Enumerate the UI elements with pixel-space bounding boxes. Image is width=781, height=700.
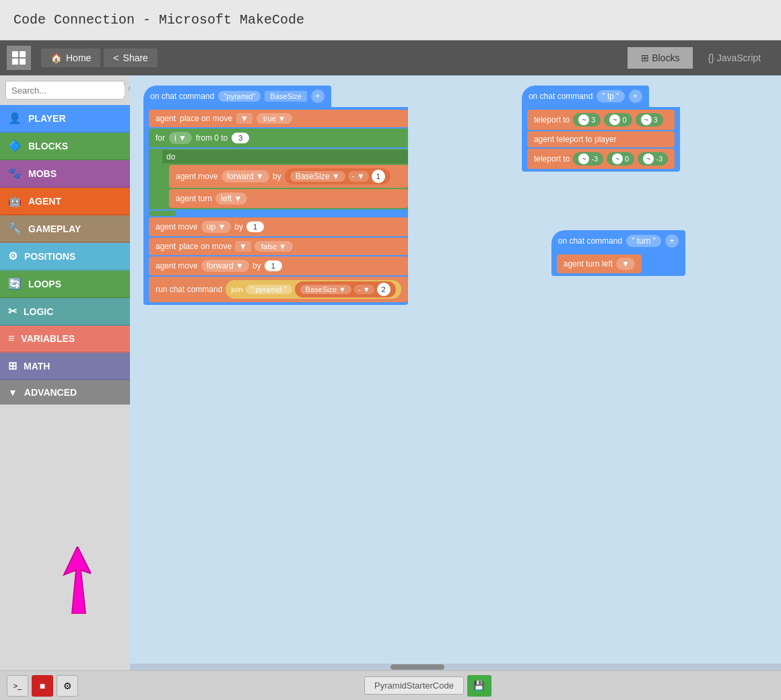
home-icon: 🏠 (50, 53, 62, 63)
sidebar-item-label: GAMEPLAY (28, 223, 81, 234)
up-dropdown[interactable]: up ▼ (201, 221, 232, 233)
toolbar: 🏠 Home < Share ⊞ Blocks {} JavaScript (0, 40, 781, 75)
settings-button[interactable]: ⚙ (57, 675, 78, 697)
agent-move-forward-2[interactable]: agent move forward ▼ by 1 (149, 256, 408, 275)
turn-add-btn[interactable]: + (665, 234, 679, 248)
add-param-btn[interactable]: + (311, 90, 325, 103)
agent-teleport[interactable]: agent teleport to player (527, 131, 675, 147)
turn-name: " turn " (626, 235, 661, 247)
positions-icon: ⚙ (8, 250, 18, 262)
sidebar-item-label: BLOCKS (28, 141, 68, 151)
scrollbar-horizontal[interactable] (130, 664, 781, 670)
from-label: from 0 to (196, 133, 228, 143)
from-val[interactable]: 3 (232, 133, 249, 143)
sidebar-item-label: MOBS (28, 168, 57, 179)
run-chat-command[interactable]: run chat command join " pyramid " BaseSi… (149, 277, 408, 302)
tp-add-btn[interactable]: + (629, 90, 642, 103)
sidebar-item-label: LOGIC (24, 306, 53, 317)
agent-move-up[interactable]: agent move up ▼ by 1 (149, 217, 408, 236)
do-label: do (162, 150, 408, 164)
sidebar-item-player[interactable]: 👤 PLAYER (0, 105, 130, 133)
blocks-icon: 🔷 (8, 139, 22, 152)
turn-left-dropdown[interactable]: ▼ (616, 258, 635, 270)
sidebar-item-label: ADVANCED (24, 387, 77, 398)
canvas[interactable]: on chat command "pyramid" BaseSize + age… (130, 75, 781, 670)
up-val: 1 (246, 221, 264, 232)
true-dropdown[interactable]: true ▼ (257, 113, 292, 124)
sidebar-item-mobs[interactable]: 🐾 MOBS (0, 160, 130, 188)
bottom-bar: >_ ■ ⚙ PyramidStarterCode 💾 (0, 670, 781, 700)
sidebar-item-loops[interactable]: 🔄 LOOPS (0, 271, 130, 298)
agent-place-on-move-1[interactable]: agent place on move ▼ true ▼ (149, 110, 408, 127)
stop-icon: ■ (40, 680, 45, 691)
teleport-to-1[interactable]: teleport to ~ 3 ~ 0 ~ 3 (527, 110, 675, 130)
sidebar-item-blocks[interactable]: 🔷 BLOCKS (0, 133, 130, 160)
sidebar: 🔍 👤 PLAYER 🔷 BLOCKS 🐾 MOBS 🤖 AGENT 🔧 GAM… (0, 75, 130, 670)
sidebar-item-label: MATH (24, 361, 50, 372)
fwd2-val: 1 (265, 260, 282, 271)
sidebar-item-label: LOOPS (28, 279, 61, 289)
sidebar-item-math[interactable]: ⊞ MATH (0, 353, 130, 380)
variables-icon: ≡ (8, 332, 14, 345)
sidebar-item-label: POSITIONS (24, 251, 75, 262)
place-on-move-label: place on move (180, 114, 232, 123)
for-label: for (156, 133, 165, 143)
i-dropdown[interactable]: i ▼ (169, 132, 192, 144)
fwd2-dropdown[interactable]: forward ▼ (201, 260, 249, 272)
false-dropdown[interactable]: false ▼ (254, 241, 293, 252)
teleport-to-2[interactable]: teleport to ~ -3 ~ 0 ~ -3 (527, 149, 675, 169)
sidebar-item-positions[interactable]: ⚙ POSITIONS (0, 243, 130, 271)
app-title: Code Connection - Microsoft MakeCode (13, 12, 304, 28)
sidebar-item-advanced[interactable]: ▼ ADVANCED (0, 380, 130, 405)
command-name-pill: "pyramid" (218, 91, 261, 102)
svg-rect-1 (20, 51, 26, 57)
join-expr[interactable]: join " pyramid " BaseSize ▼ - ▼ 2 (226, 280, 401, 299)
for-loop-header[interactable]: for i ▼ from 0 to 3 (149, 129, 408, 147)
gameplay-icon: 🔧 (8, 222, 22, 235)
mobs-icon: 🐾 (8, 167, 22, 180)
sidebar-item-gameplay[interactable]: 🔧 GAMEPLAY (0, 215, 130, 243)
agent-turn-left-2[interactable]: agent turn left ▼ (557, 254, 642, 273)
fwd-dropdown[interactable]: forward ▼ (222, 170, 269, 182)
search-box[interactable]: 🔍 (5, 81, 125, 100)
agent-place-on-move-2[interactable]: agent place on move ▼ false ▼ (149, 238, 408, 255)
agent-turn-left[interactable]: agent turn left ▼ (169, 189, 408, 208)
sidebar-item-logic[interactable]: ✂ LOGIC (0, 298, 130, 326)
blocks-tab[interactable]: ⊞ Blocks (627, 47, 693, 69)
save-icon: 💾 (473, 680, 485, 691)
tp-hat[interactable]: on chat command " tp " + (522, 85, 649, 107)
main-program-block: on chat command "pyramid" BaseSize + age… (143, 85, 408, 305)
advanced-icon: ▼ (8, 387, 18, 398)
turn-dropdown[interactable]: left ▼ (215, 193, 247, 205)
blocks-icon: ⊞ (641, 53, 652, 63)
base-size-expr[interactable]: BaseSize ▼ - ▼ 1 (285, 168, 390, 184)
home-button[interactable]: 🏠 Home (41, 48, 100, 67)
agent-place-label: agent (156, 114, 176, 123)
stop-button[interactable]: ■ (32, 675, 53, 697)
save-button[interactable]: 💾 (467, 675, 491, 697)
player-icon: 👤 (8, 112, 22, 125)
cursor-arrow (37, 547, 91, 617)
tp-block: on chat command " tp " + teleport to ~ 3… (522, 85, 680, 172)
sidebar-item-label: VARIABLES (21, 333, 75, 344)
scrollbar-thumb[interactable] (390, 664, 444, 670)
hat-block-on-chat[interactable]: on chat command "pyramid" BaseSize + (143, 85, 331, 107)
app-logo (7, 46, 31, 70)
sidebar-item-label: PLAYER (28, 113, 66, 124)
settings-icon: ⚙ (63, 680, 72, 691)
sidebar-item-agent[interactable]: 🤖 AGENT (0, 188, 130, 215)
sidebar-item-variables[interactable]: ≡ VARIABLES (0, 326, 130, 353)
loop-do-body: do agent move forward ▼ by BaseSize ▼ - … (149, 149, 408, 209)
share-button[interactable]: < Share (104, 48, 158, 67)
agent-move-forward[interactable]: agent move forward ▼ by BaseSize ▼ - ▼ 1 (169, 165, 408, 188)
main-area: 🔍 👤 PLAYER 🔷 BLOCKS 🐾 MOBS 🤖 AGENT 🔧 GAM… (0, 75, 781, 670)
place-dropdown[interactable]: ▼ (236, 113, 252, 124)
turn-hat[interactable]: on chat command " turn " + (551, 230, 685, 252)
javascript-tab[interactable]: {} JavaScript (694, 47, 774, 69)
terminal-button[interactable]: >_ (7, 675, 28, 697)
search-input[interactable] (11, 85, 125, 96)
base-size-dropdown[interactable]: BaseSize (265, 91, 306, 102)
terminal-icon: >_ (13, 682, 22, 690)
sidebar-item-label: AGENT (28, 196, 61, 207)
title-bar: Code Connection - Microsoft MakeCode (0, 0, 781, 40)
